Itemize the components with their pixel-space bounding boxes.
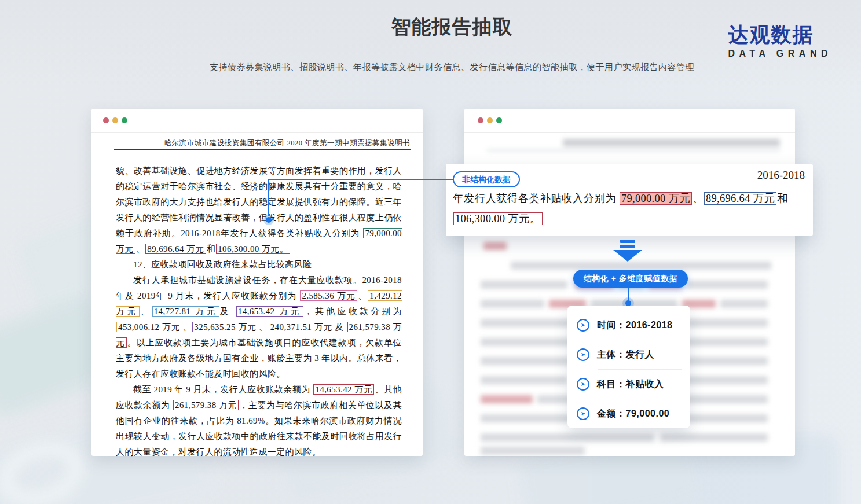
blurred-text-line — [677, 338, 768, 346]
highlighted-value: 240,371.51 万元 — [269, 322, 335, 332]
field-row-amount: ➤ 金额：79,000.00 — [567, 399, 690, 428]
blurred-text-line — [483, 242, 507, 250]
blurred-text-line — [660, 433, 768, 442]
blurred-text-line — [481, 300, 544, 308]
highlighted-value: 325,635.25 万元 — [192, 322, 258, 332]
highlighted-value: 2,585.36 万元 — [300, 290, 357, 301]
document-body: 貌、改善基础设施、促进地方经济发展等方面发挥着重要的作用，发行人的稳定运营对于哈… — [116, 163, 402, 460]
field-value: 补贴收入 — [626, 379, 664, 389]
field-text: 时间：2016-2018 — [597, 319, 673, 332]
field-row-time: ➤ 时间：2016-2018 — [567, 311, 690, 340]
highlighted-value: 453,006.12 万元 — [116, 322, 182, 332]
arrow-down-icon — [613, 240, 642, 263]
circle-arrow-icon: ➤ — [577, 378, 589, 391]
blurred-text-line — [687, 281, 768, 289]
brand-logo-cn: 达观数据 — [728, 24, 832, 45]
paragraph: 发行人承担城市基础设施建设任务，存在大量应收款项。2016-2018 年及 20… — [116, 273, 402, 382]
blurred-text-line — [720, 300, 768, 308]
field-label: 科目： — [597, 379, 626, 389]
paragraph: 截至 2019 年 9 月末，发行人应收账款余额为 14,653.42 万元、其… — [116, 382, 402, 460]
highlighted-value: 106,300.00 万元。 — [216, 244, 290, 254]
circle-arrow-icon: ➤ — [577, 407, 589, 420]
window-maximize-icon — [122, 117, 127, 123]
unstructured-data-tag[interactable]: 非结构化数据 — [453, 171, 520, 187]
blurred-doc-rule — [486, 150, 781, 151]
blurred-text-line — [481, 433, 654, 442]
blurred-text-line — [481, 281, 567, 289]
field-value: 2016-2018 — [626, 320, 673, 330]
field-text: 主体：发行人 — [597, 349, 654, 361]
highlighted-value: 89,696.64 万元 — [145, 244, 206, 254]
structured-fields-card: ➤ 时间：2016-2018 ➤ 主体：发行人 ➤ 科目：补贴收入 ➤ 金额：7… — [567, 306, 690, 428]
window-close-icon — [103, 117, 109, 123]
document-header-rule — [114, 149, 411, 150]
window-minimize-icon — [112, 117, 118, 123]
anchor-dot — [625, 300, 631, 306]
highlighted-value: 89,696.64 万元 — [704, 192, 776, 205]
blurred-text-line — [481, 376, 567, 384]
unstructured-data-card: 非结构化数据 2016-2018 年发行人获得各类补贴收入分别为 79,000.… — [446, 164, 813, 236]
section-heading: 12、应收款项回收及政府往来款占比较高风险 — [116, 257, 402, 273]
window-titlebar — [91, 109, 423, 133]
field-row-account: ➤ 科目：补贴收入 — [567, 370, 690, 399]
highlighted-value: 14,727.81 万元 — [152, 306, 219, 317]
extracted-sentence: 年发行人获得各类补贴收入分别为 79,000.00 万元、89,696.64 万… — [453, 189, 807, 229]
paragraph: 貌、改善基础设施、促进地方经济发展等方面发挥着重要的作用，发行人的稳定运营对于哈… — [116, 163, 402, 257]
blurred-text-line — [481, 447, 585, 455]
blurred-text-line — [481, 395, 533, 403]
field-label: 金额： — [597, 409, 626, 418]
background-blur-shape — [0, 434, 89, 504]
highlighted-value: 79,000.00 万元 — [620, 192, 692, 205]
structured-data-button[interactable]: 结构化 + 多维度赋值数据 — [573, 270, 688, 288]
anchor-dot — [266, 217, 272, 223]
document-header: 哈尔滨市城市建设投资集团有限公司 2020 年度第一期中期票据募集说明书 — [164, 138, 410, 148]
period-label: 2016-2018 — [757, 169, 805, 182]
field-value: 79,000.00 — [626, 409, 670, 418]
page-subtitle: 支持债券募集说明书、招股说明书、年报等披露文档中财务信息、发行信息等信息的智能抽… — [43, 62, 861, 73]
connector-line — [268, 179, 269, 216]
blurred-text-line — [511, 262, 771, 270]
page: 智能报告抽取 支持债券募集说明书、招股说明书、年报等披露文档中财务信息、发行信息… — [0, 0, 861, 504]
blurred-doc-header — [563, 139, 780, 146]
circle-arrow-icon: ➤ — [577, 348, 589, 361]
field-label: 时间： — [597, 320, 626, 330]
source-document-window: 哈尔滨市城市建设投资集团有限公司 2020 年度第一期中期票据募集说明书 貌、改… — [91, 109, 423, 456]
field-text: 金额：79,000.00 — [597, 408, 669, 420]
circle-arrow-icon: ➤ — [577, 319, 589, 332]
brand-logo: 达观数据 DATA GRAND — [728, 24, 832, 59]
highlighted-value: 14,653.42 万元 — [313, 384, 374, 395]
field-row-subject: ➤ 主体：发行人 — [567, 340, 690, 369]
highlighted-value: 261,579.38 万元 — [173, 400, 239, 410]
field-label: 主体： — [597, 350, 626, 359]
field-value: 发行人 — [626, 350, 655, 359]
highlighted-value: 106,300.00 万元。 — [453, 212, 543, 225]
connector-line — [268, 179, 453, 180]
brand-logo-en: DATA GRAND — [728, 49, 832, 59]
highlighted-value: 14,653.42 万元 — [236, 306, 303, 317]
field-text: 科目：补贴收入 — [597, 378, 664, 391]
